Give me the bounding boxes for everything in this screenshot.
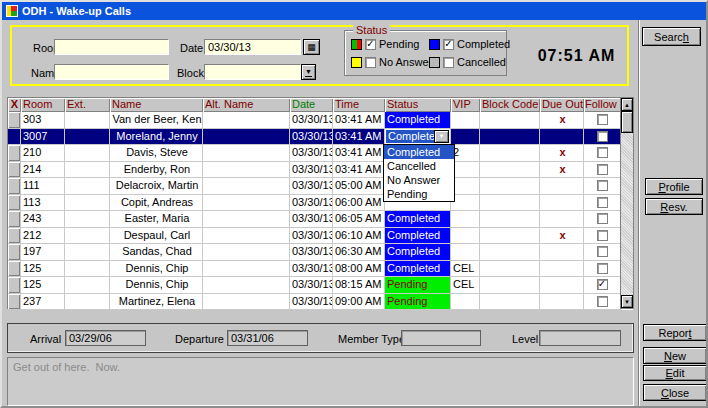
- pending-color-swatch: [351, 39, 362, 50]
- cell-status[interactable]: Completed: [385, 112, 451, 129]
- cell-room: 3007: [21, 129, 65, 146]
- follow-up-checkbox[interactable]: [597, 263, 608, 274]
- dropdown-option-pending[interactable]: Pending: [384, 187, 454, 201]
- row-selector[interactable]: [8, 211, 21, 228]
- table-row[interactable]: 197 Sandas, Chad 03/30/13 06:30 AM Compl…: [8, 244, 633, 261]
- scroll-down-button[interactable]: ▼: [621, 295, 633, 308]
- resv-button[interactable]: Resv.: [645, 198, 703, 215]
- follow-up-checkbox[interactable]: [597, 197, 608, 208]
- row-selector[interactable]: [8, 112, 21, 129]
- table-row[interactable]: 243 Easter, Maria 03/30/13 06:05 AM Comp…: [8, 211, 633, 228]
- column-header-due-out[interactable]: Due Out: [540, 98, 584, 112]
- cell-status[interactable]: Completed: [385, 211, 451, 228]
- follow-up-checkbox[interactable]: [597, 246, 608, 257]
- column-header-x[interactable]: X: [8, 98, 21, 112]
- cell-room: 197: [21, 244, 65, 261]
- name-input[interactable]: [54, 64, 169, 80]
- table-row[interactable]: 303 Van der Beer, Ken 03/30/13 03:41 AM …: [8, 112, 633, 129]
- cancelled-checkbox[interactable]: [443, 57, 454, 68]
- row-selector[interactable]: [8, 178, 21, 195]
- follow-up-checkbox[interactable]: [597, 230, 608, 241]
- cell-alt-name: [203, 277, 290, 294]
- column-header-room[interactable]: Room: [21, 98, 65, 112]
- cell-name: Easter, Maria: [110, 211, 203, 228]
- cell-due-out: [540, 277, 584, 294]
- pending-checkbox[interactable]: [365, 39, 376, 50]
- cell-time: 06:05 AM: [333, 211, 385, 228]
- close-button[interactable]: Close: [643, 384, 707, 401]
- follow-up-checkbox[interactable]: [597, 147, 608, 158]
- row-selector[interactable]: [8, 261, 21, 278]
- follow-up-checkbox[interactable]: [597, 180, 608, 191]
- new-button[interactable]: New: [643, 347, 707, 364]
- column-header-status[interactable]: Status: [385, 98, 451, 112]
- column-header-time[interactable]: Time: [333, 98, 385, 112]
- row-selector[interactable]: [8, 244, 21, 261]
- cell-room: 214: [21, 162, 65, 179]
- status-combobox[interactable]: Completed ▼: [385, 129, 451, 146]
- row-selector[interactable]: [8, 129, 21, 146]
- cell-follow-up: [584, 129, 621, 146]
- follow-up-checkbox[interactable]: [597, 164, 608, 175]
- table-row[interactable]: 237 Martinez, Elena 03/30/13 09:00 AM Pe…: [8, 294, 633, 311]
- follow-up-checkbox[interactable]: [597, 131, 608, 142]
- cell-status[interactable]: Pending: [385, 294, 451, 311]
- room-input[interactable]: [54, 39, 169, 55]
- table-row[interactable]: 212 Despaul, Carl 03/30/13 06:10 AM Comp…: [8, 228, 633, 245]
- column-header-name[interactable]: Name: [110, 98, 203, 112]
- follow-up-checkbox[interactable]: [597, 279, 608, 290]
- completed-checkbox[interactable]: [443, 39, 454, 50]
- profile-button[interactable]: Profile: [645, 178, 703, 195]
- cell-date: 03/30/13: [290, 244, 333, 261]
- table-row[interactable]: 214 Enderby, Ron 03/30/13 03:41 AM x: [8, 162, 633, 179]
- cell-status[interactable]: Completed: [385, 261, 451, 278]
- row-selector[interactable]: [8, 145, 21, 162]
- column-header-ext[interactable]: Ext.: [65, 98, 110, 112]
- cell-status[interactable]: Completed: [385, 244, 451, 261]
- edit-button[interactable]: Edit: [643, 365, 707, 381]
- column-header-vip[interactable]: VIP: [451, 98, 480, 112]
- follow-up-checkbox[interactable]: [597, 296, 608, 307]
- dropdown-option-completed[interactable]: Completed: [384, 145, 454, 159]
- dropdown-option-no-answer[interactable]: No Answer: [384, 173, 454, 187]
- follow-up-checkbox[interactable]: [597, 213, 608, 224]
- cell-ext: [65, 294, 110, 311]
- column-header-alt-name[interactable]: Alt. Name: [203, 98, 290, 112]
- cell-time: 03:41 AM: [333, 112, 385, 129]
- table-row[interactable]: 125 Dennis, Chip 03/30/13 08:15 AM Pendi…: [8, 277, 633, 294]
- scroll-up-button[interactable]: ▲: [621, 98, 633, 111]
- row-selector[interactable]: [8, 195, 21, 212]
- block-label: Block: [177, 67, 204, 79]
- block-input[interactable]: [204, 64, 301, 80]
- row-selector[interactable]: [8, 162, 21, 179]
- cell-status[interactable]: Completed: [385, 228, 451, 245]
- report-button[interactable]: Report: [643, 324, 707, 341]
- row-selector[interactable]: [8, 277, 21, 294]
- table-row-selected[interactable]: 3007 Moreland, Jenny 03/30/13 03:41 AM C…: [8, 129, 633, 146]
- block-dropdown-button[interactable]: ▼: [301, 64, 316, 80]
- cell-time: 06:30 AM: [333, 244, 385, 261]
- follow-up-checkbox[interactable]: [597, 114, 608, 125]
- cell-status[interactable]: Pending: [385, 277, 451, 294]
- column-header-date[interactable]: Date: [290, 98, 333, 112]
- combobox-dropdown-button[interactable]: ▼: [434, 130, 449, 144]
- row-selector[interactable]: [8, 228, 21, 245]
- cell-due-out: [540, 195, 584, 212]
- cell-name: Enderby, Ron: [110, 162, 203, 179]
- date-input[interactable]: [204, 39, 301, 55]
- cell-due-out: [540, 294, 584, 311]
- scrollbar-thumb[interactable]: [621, 111, 633, 133]
- row-selector[interactable]: [8, 294, 21, 311]
- column-header-block-code[interactable]: Block Code: [480, 98, 540, 112]
- table-row[interactable]: 210 Davis, Steve 03/30/13 03:41 AM 2 x: [8, 145, 633, 162]
- table-row[interactable]: 125 Dennis, Chip 03/30/13 08:00 AM Compl…: [8, 261, 633, 278]
- table-scrollbar[interactable]: ▲ ▼: [620, 97, 634, 309]
- table-row[interactable]: 113 Copit, Andreas 03/30/13 06:00 AM: [8, 195, 633, 212]
- column-header-follow-up[interactable]: Follow Up: [584, 98, 621, 112]
- table-row[interactable]: 111 Delacroix, Martin 03/30/13 05:00 AM: [8, 178, 633, 195]
- cell-time: 03:41 AM: [333, 145, 385, 162]
- search-button[interactable]: Search: [642, 27, 701, 46]
- dropdown-option-cancelled[interactable]: Cancelled: [384, 159, 454, 173]
- no-answer-checkbox[interactable]: [365, 57, 376, 68]
- calendar-button[interactable]: ▦: [303, 39, 320, 55]
